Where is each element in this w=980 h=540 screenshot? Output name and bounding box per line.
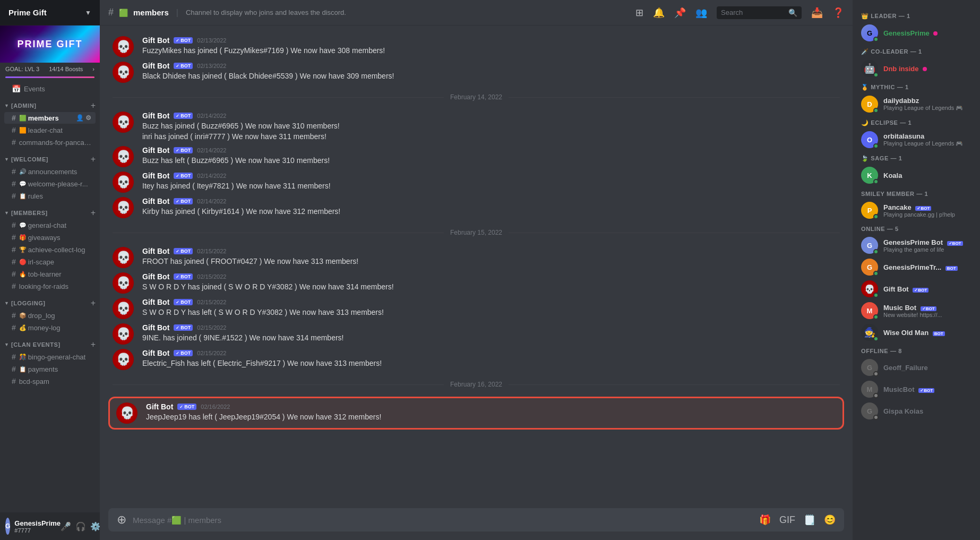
channel-list: 📅 Events ▼ [ADMIN] + # 🟩 members 👤 ⚙ # 🟧… — [0, 78, 100, 512]
message-timestamp: 02/15/2022 — [197, 248, 226, 254]
category-name-clan: [CLAN EVENTS] — [11, 341, 91, 348]
member-name-orbital: orbitalasuna — [883, 132, 972, 140]
user-controls: 🎤 🎧 ⚙️ — [61, 521, 101, 532]
message-author: Gift Bot — [142, 62, 169, 70]
status-dot-orbital — [873, 143, 879, 149]
member-item-dnb[interactable]: 🤖 Dnb inside — [857, 58, 976, 79]
channel-item-rules[interactable]: # 📋 rules — [4, 190, 96, 202]
highlighted-message-container: 💀 Gift Bot ✓BOT 02/16/2022 JeepJeep19 ha… — [108, 397, 844, 430]
channel-item-general[interactable]: # 💬 general-chat — [4, 219, 96, 231]
channel-item-announcements[interactable]: # 🔊 announcements — [4, 166, 96, 177]
channel-item-payments[interactable]: # 📋 payments — [4, 363, 96, 375]
category-add-logging[interactable]: + — [91, 298, 96, 308]
status-dot-musicbot-offline — [873, 393, 879, 398]
message-author: Gift Bot — [142, 272, 169, 281]
inbox-icon[interactable]: 📥 — [811, 7, 823, 19]
channel-item-tob[interactable]: # 🔥 tob-learner — [4, 268, 96, 280]
commands-icon: # — [12, 138, 16, 147]
member-name-genesis: GenesisPrime — [883, 29, 972, 37]
help-icon[interactable]: ❓ — [832, 7, 844, 19]
category-logging[interactable]: ▼ [LOGGING] + — [0, 296, 100, 309]
message-text: 9INE. has joined ( 9INE.#1522 ) We now h… — [142, 333, 840, 344]
bot-badge-pancake: ✓BOT — [915, 206, 931, 211]
mute-icon[interactable]: 🎤 — [61, 521, 71, 532]
member-item-geoff[interactable]: G Geoff_Failure — [857, 357, 976, 378]
member-item-koala[interactable]: K Koala — [857, 165, 976, 186]
add-attachment-icon[interactable]: ⊕ — [117, 513, 126, 527]
avatar: 💀 — [113, 112, 134, 133]
gif-icon[interactable]: GIF — [779, 515, 795, 526]
search-bar[interactable]: 🔍 — [717, 6, 802, 19]
deafen-icon[interactable]: 🎧 — [75, 521, 86, 532]
category-add-welcome[interactable]: + — [91, 155, 96, 164]
members-icon[interactable]: 👥 — [695, 7, 707, 19]
channel-item-bingo[interactable]: # 🎊 bingo-general-chat — [4, 351, 96, 363]
member-item-gift-bot[interactable]: 💀 Gift Bot ✓BOT — [857, 278, 976, 299]
emoji-icon[interactable]: 😊 — [824, 514, 836, 526]
channel-name-bingo: bingo-general-chat — [28, 353, 91, 361]
member-item-gispa[interactable]: G Gispa Koias — [857, 400, 976, 422]
category-welcome[interactable]: ▼ [WELCOME] + — [0, 152, 100, 165]
member-item-musicbot-offline[interactable]: M MusicBot ✓BOT — [857, 379, 976, 400]
channel-item-bcd[interactable]: # bcd-spam — [4, 375, 96, 387]
channel-name-events: Events — [24, 85, 91, 93]
member-item-pancake[interactable]: P Pancake ✓BOT Playing pancake.gg | p!he… — [857, 200, 976, 221]
gift-icon[interactable]: 🎁 — [759, 514, 771, 526]
category-welcome-arrow: ▼ — [4, 157, 9, 162]
channel-item-money[interactable]: # 💰 money-log — [4, 322, 96, 333]
category-members[interactable]: ▼ [MEMBERS] + — [0, 206, 100, 219]
member-item-genesis-tr[interactable]: G GenesisPrimeTr... BOT — [857, 256, 976, 278]
message-text: FuzzyMikes has joined ( FuzzyMikes#7169 … — [142, 46, 840, 56]
message-input-field[interactable] — [133, 516, 759, 525]
channel-name-raids: looking-for-raids — [19, 282, 91, 290]
message-author: Gift Bot — [142, 36, 169, 45]
members-emoji: 🟩 — [19, 115, 27, 122]
message-timestamp: 02/14/2022 — [197, 173, 226, 179]
member-item-orbital[interactable]: O orbitalasuna Playing League of Legends… — [857, 129, 976, 150]
member-info-genesis-tr: GenesisPrimeTr... BOT — [883, 263, 972, 271]
sticker-icon[interactable]: 🗒️ — [804, 514, 815, 526]
member-avatar-wise: 🧙 — [861, 324, 878, 341]
channel-item-leader-chat[interactable]: # 🟧 leader-chat — [4, 124, 96, 136]
search-input[interactable] — [721, 8, 788, 16]
notification-icon[interactable]: 🔔 — [653, 7, 665, 19]
members-settings-icon[interactable]: 👤 ⚙ — [76, 114, 91, 122]
channel-item-welcome[interactable]: # 💬 welcome-please-r... — [4, 178, 96, 190]
channel-item-members[interactable]: # 🟩 members 👤 ⚙ — [4, 112, 96, 124]
member-item-music-bot[interactable]: M Music Bot ✓BOT New website! https://..… — [857, 300, 976, 321]
channel-item-achieve[interactable]: # 🏆 achieve-collect-log — [4, 244, 96, 255]
status-dot-pancake — [873, 214, 879, 219]
member-item-genesis[interactable]: G GenesisPrime — [857, 22, 976, 44]
message-content: Gift Bot ✓BOT 02/15/2022 9INE. has joine… — [142, 323, 840, 344]
channel-item-giveaways[interactable]: # 🎁 giveaways — [4, 232, 96, 243]
channel-item-raids[interactable]: # looking-for-raids — [4, 280, 96, 292]
channel-header-name: members — [133, 8, 169, 17]
server-header[interactable]: Prime Gift ▼ — [0, 0, 100, 25]
member-item-daily[interactable]: D dailydabbz Playing League of Legends 🎮 — [857, 93, 976, 115]
category-clan[interactable]: ▼ [CLAN EVENTS] + — [0, 338, 100, 350]
main-content: # 🟩 members | Channel to display who joi… — [100, 0, 853, 540]
channel-item-irl[interactable]: # 🔴 irl-scape — [4, 256, 96, 268]
avatar: 💀 — [113, 36, 134, 57]
threads-icon[interactable]: ⊞ — [635, 7, 643, 19]
category-admin[interactable]: ▼ [ADMIN] + — [0, 99, 100, 112]
category-add-clan[interactable]: + — [91, 340, 96, 349]
member-info-gispa: Gispa Koias — [883, 407, 972, 415]
user-avatar-initials: G — [5, 522, 10, 530]
bot-badge: ✓BOT — [174, 299, 193, 305]
member-avatar-genesis-tr: G — [861, 259, 878, 276]
status-dot-genesis-tr — [873, 271, 879, 276]
status-dot-daily — [873, 108, 879, 113]
channel-item-drop[interactable]: # 📦 drop_log — [4, 310, 96, 321]
channel-item-events[interactable]: 📅 Events — [4, 83, 96, 95]
category-add-admin[interactable]: + — [91, 101, 96, 110]
member-item-wise[interactable]: 🧙 Wise Old Man BOT — [857, 322, 976, 343]
members-channel-icon: # — [12, 114, 16, 122]
channel-item-commands[interactable]: # commands-for-pancake — [4, 136, 96, 148]
member-item-genesis-bot[interactable]: G GenesisPrime Bot ✓BOT Playing the game… — [857, 235, 976, 256]
category-add-members[interactable]: + — [91, 208, 96, 218]
input-actions: 🎁 GIF 🗒️ 😊 — [759, 514, 836, 526]
member-avatar-dnb: 🤖 — [861, 60, 878, 77]
input-area: ⊕ 🎁 GIF 🗒️ 😊 — [100, 508, 853, 540]
pin-icon[interactable]: 📌 — [674, 7, 686, 19]
